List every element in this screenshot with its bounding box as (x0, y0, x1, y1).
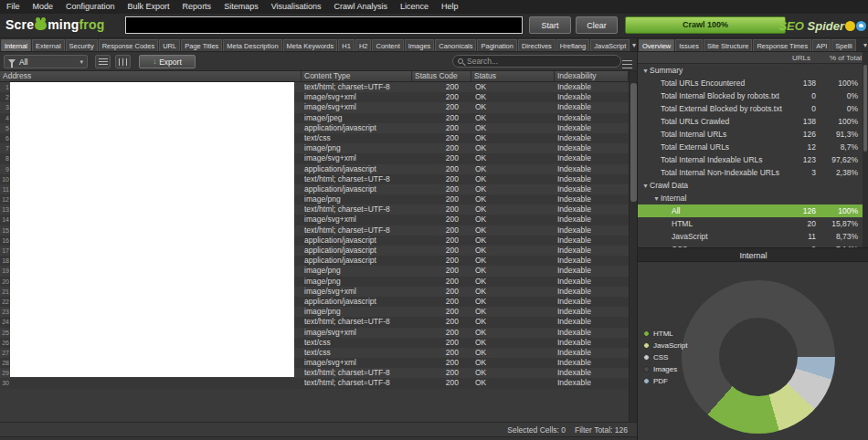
status-cell[interactable]: OK (471, 215, 555, 225)
right-tab-overview[interactable]: Overview (639, 39, 674, 51)
address-cell[interactable] (10, 378, 302, 388)
yellow-badge-icon[interactable] (845, 21, 855, 31)
status-cell[interactable]: OK (471, 378, 555, 388)
content-type-cell[interactable]: application/javascript (302, 123, 412, 133)
content-type-cell[interactable]: text/html; charset=UTF-8 (302, 225, 412, 236)
indexability-cell[interactable]: Indexable (555, 102, 629, 112)
content-type-cell[interactable]: text/css (302, 338, 412, 348)
status-code-cell[interactable]: 200 (412, 266, 471, 276)
overview-row-total-internal-indexable-urls[interactable]: Total Internal Indexable URLs12397,62% (638, 153, 863, 166)
indexability-cell[interactable]: Indexable (555, 92, 629, 102)
status-cell[interactable]: OK (471, 225, 555, 236)
status-cell[interactable]: OK (471, 184, 555, 194)
content-type-cell[interactable]: text/html; charset=UTF-8 (302, 317, 412, 327)
content-type-cell[interactable]: image/png (302, 277, 412, 287)
right-tab-spelli[interactable]: Spelli (831, 39, 855, 51)
status-code-cell[interactable]: 200 (412, 133, 471, 143)
tab-url[interactable]: URL (159, 39, 180, 51)
content-type-cell[interactable]: image/png (302, 143, 412, 153)
tree-expand-icon[interactable]: ▼ (641, 183, 650, 189)
indexability-cell[interactable]: Indexable (555, 246, 629, 256)
content-type-cell[interactable]: image/svg+xml (302, 215, 412, 225)
content-type-cell[interactable]: image/svg+xml (302, 287, 412, 297)
indexability-cell[interactable]: Indexable (555, 328, 629, 338)
overview-row-total-internal-blocked-by-robots-txt[interactable]: Total Internal Blocked by robots.txt00% (638, 89, 863, 102)
indexability-cell[interactable]: Indexable (555, 143, 629, 153)
tab-javascript[interactable]: JavaScript (590, 39, 630, 51)
indexability-cell[interactable]: Indexable (555, 204, 629, 215)
table-row[interactable]: 30text/html; charset=UTF-8200OKIndexable (0, 378, 629, 388)
status-code-cell[interactable]: 200 (412, 123, 471, 133)
overview-row-total-urls-crawled[interactable]: Total URLs Crawled138100% (638, 115, 863, 128)
tab-canonicals[interactable]: Canonicals (435, 39, 476, 51)
column-header-status[interactable]: Status (471, 71, 555, 81)
status-code-cell[interactable]: 200 (412, 287, 471, 297)
status-cell[interactable]: OK (471, 133, 555, 143)
status-cell[interactable]: OK (471, 164, 555, 174)
indexability-cell[interactable]: Indexable (555, 225, 629, 236)
menu-item-configuration[interactable]: Configuration (59, 0, 122, 14)
status-code-cell[interactable]: 200 (412, 348, 471, 358)
status-code-cell[interactable]: 200 (412, 246, 471, 256)
tab-internal[interactable]: Internal (1, 39, 31, 51)
tab-page-titles[interactable]: Page Titles (181, 39, 222, 51)
indexability-cell[interactable]: Indexable (555, 348, 629, 358)
menu-item-reports[interactable]: Reports (176, 0, 218, 14)
indexability-cell[interactable]: Indexable (555, 174, 629, 184)
tab-response-codes[interactable]: Response Codes (99, 39, 159, 51)
status-code-cell[interactable]: 200 (412, 153, 471, 163)
filter-dropdown[interactable]: All ▾ (4, 55, 88, 68)
tab-images[interactable]: Images (405, 39, 435, 51)
status-code-cell[interactable]: 200 (412, 215, 471, 225)
menu-item-help[interactable]: Help (435, 0, 465, 14)
start-button[interactable]: Start (529, 16, 571, 34)
status-cell[interactable]: OK (471, 113, 555, 123)
status-cell[interactable]: OK (471, 338, 555, 348)
status-code-cell[interactable]: 200 (412, 184, 471, 194)
indexability-cell[interactable]: Indexable (555, 164, 629, 174)
status-code-cell[interactable]: 200 (412, 338, 471, 348)
content-type-cell[interactable]: text/html; charset=UTF-8 (302, 82, 412, 92)
tab-external[interactable]: External (32, 39, 65, 51)
overview-row-all[interactable]: All126100% (638, 204, 863, 217)
right-tab-response-times[interactable]: Response Times (753, 39, 811, 51)
tab-h1[interactable]: H1 (338, 39, 355, 51)
column-header-indexability[interactable]: Indexability (555, 71, 629, 81)
table-search-box[interactable] (452, 55, 621, 68)
content-type-cell[interactable]: image/svg+xml (302, 358, 412, 368)
tab-meta-keywords[interactable]: Meta Keywords (283, 39, 338, 51)
status-code-cell[interactable]: 200 (412, 204, 471, 215)
overview-row-crawl-data[interactable]: ▼Crawl Data (638, 179, 863, 192)
status-code-cell[interactable]: 200 (412, 328, 471, 338)
indexability-cell[interactable]: Indexable (555, 277, 629, 287)
tree-expand-icon[interactable]: ▼ (652, 195, 661, 202)
scrollbar-thumb[interactable] (863, 65, 867, 152)
tree-view-button[interactable] (115, 55, 131, 68)
column-header-status-code[interactable]: Status Code (412, 71, 471, 81)
overview-row-javascript[interactable]: JavaScript118,73% (638, 230, 863, 243)
status-code-cell[interactable]: 200 (412, 92, 471, 102)
tree-expand-icon[interactable]: ▼ (641, 68, 650, 74)
status-cell[interactable]: OK (471, 92, 555, 102)
status-cell[interactable]: OK (471, 266, 555, 276)
right-tab-issues[interactable]: Issues (675, 39, 703, 51)
status-code-cell[interactable]: 200 (412, 378, 471, 388)
status-cell[interactable]: OK (471, 246, 555, 256)
status-code-cell[interactable]: 200 (412, 174, 471, 184)
status-code-cell[interactable]: 200 (412, 358, 471, 368)
tab-pagination[interactable]: Pagination (477, 39, 516, 51)
search-input[interactable] (467, 57, 616, 66)
indexability-cell[interactable]: Indexable (555, 113, 629, 123)
tabs-overflow-chevron-icon[interactable]: ▾ (632, 41, 636, 49)
status-code-cell[interactable]: 200 (412, 102, 471, 112)
url-input[interactable] (125, 16, 523, 34)
content-type-cell[interactable]: image/png (302, 266, 412, 276)
right-tab-api[interactable]: API (812, 39, 831, 51)
overview-row-internal[interactable]: ▼Internal (638, 192, 863, 204)
menu-item-bulk-export[interactable]: Bulk Export (122, 0, 176, 14)
indexability-cell[interactable]: Indexable (555, 184, 629, 194)
search-settings-icon[interactable] (622, 60, 632, 68)
indexability-cell[interactable]: Indexable (555, 368, 629, 378)
content-type-cell[interactable]: image/svg+xml (302, 328, 412, 338)
indexability-cell[interactable]: Indexable (555, 338, 629, 348)
